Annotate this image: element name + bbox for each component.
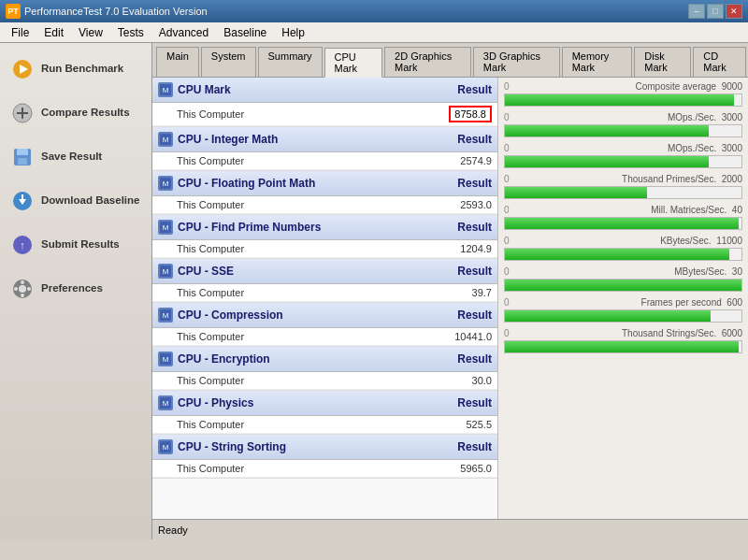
tab-2d-graphics[interactable]: 2D Graphics Mark xyxy=(384,47,471,77)
run-benchmark-icon xyxy=(9,56,36,82)
menu-item-tests[interactable]: Tests xyxy=(110,24,151,41)
result-icon-cpu-integer: M xyxy=(158,132,173,147)
svg-text:M: M xyxy=(163,179,169,188)
svg-text:M: M xyxy=(163,443,169,452)
tab-bar: MainSystemSummaryCPU Mark2D Graphics Mar… xyxy=(152,43,748,78)
menu-item-view[interactable]: View xyxy=(71,24,110,41)
sidebar-btn-save-result[interactable]: Save Result xyxy=(3,136,149,179)
svg-text:M: M xyxy=(163,267,169,276)
maximize-button[interactable]: □ xyxy=(707,4,724,19)
tab-disk-mark[interactable]: Disk Mark xyxy=(634,47,691,77)
status-bar: Ready xyxy=(152,519,748,539)
result-row-cpu-physics: This Computer525.5 xyxy=(152,416,497,434)
this-computer-label-cpu-physics: This Computer xyxy=(177,419,426,430)
sidebar: Run Benchmark Compare Results Save Resul… xyxy=(0,43,152,539)
sidebar-btn-preferences[interactable]: Preferences xyxy=(3,267,149,310)
svg-text:↑: ↑ xyxy=(20,239,25,251)
menu-item-advanced[interactable]: Advanced xyxy=(151,24,216,41)
run-benchmark-label: Run Benchmark xyxy=(41,63,123,76)
result-title-cpu-compression: CPU - Compression xyxy=(178,309,426,322)
tab-system[interactable]: System xyxy=(201,47,256,77)
tab-main[interactable]: Main xyxy=(156,47,199,77)
chart-row-cpu-float: 0MOps./Sec. 3000 xyxy=(504,143,742,168)
preferences-icon xyxy=(9,276,36,302)
result-icon-cpu-mark: M xyxy=(158,82,173,97)
sidebar-btn-run-benchmark[interactable]: Run Benchmark xyxy=(3,48,149,91)
svg-text:M: M xyxy=(163,136,169,144)
this-computer-label-cpu-encryption: This Computer xyxy=(177,375,426,386)
title-bar: PT PerformanceTest 7.0 Evaluation Versio… xyxy=(0,0,748,22)
result-label-cpu-mark: Result xyxy=(426,83,492,96)
gauge-bar-cpu-primes xyxy=(505,187,647,198)
close-button[interactable]: ✕ xyxy=(726,4,742,19)
svg-text:M: M xyxy=(163,311,169,320)
chart-info-cpu-string: 0Thousand Strings/Sec. 6000 xyxy=(504,328,742,338)
result-label-cpu-string: Result xyxy=(426,440,492,453)
svg-rect-7 xyxy=(18,158,27,165)
menu-item-help[interactable]: Help xyxy=(274,24,312,41)
result-label-cpu-compression: Result xyxy=(426,309,492,322)
title-bar-buttons: – □ ✕ xyxy=(688,4,742,19)
chart-area: 0Composite average 90000MOps./Sec. 30000… xyxy=(498,78,748,519)
main-layout: Run Benchmark Compare Results Save Resul… xyxy=(0,43,748,539)
chart-row-cpu-sse: 0Mill. Matrices/Sec. 40 xyxy=(504,205,742,230)
result-value-cpu-physics: 525.5 xyxy=(426,419,492,430)
tab-cd-mark[interactable]: CD Mark xyxy=(693,47,746,77)
tab-memory-mark[interactable]: Memory Mark xyxy=(562,47,633,77)
result-section-cpu-mark: M CPU Mark Result This Computer8758.8 xyxy=(152,78,497,127)
result-header-cpu-primes: M CPU - Find Prime Numbers Result xyxy=(152,215,497,240)
chart-info-cpu-physics: 0Frames per second 600 xyxy=(504,297,742,308)
tab-cpu-mark[interactable]: CPU Mark xyxy=(324,48,383,78)
menu-item-file[interactable]: File xyxy=(4,24,36,41)
gauge-outer-cpu-mark xyxy=(504,93,742,107)
gauge-outer-cpu-float xyxy=(504,155,742,168)
compare-results-label: Compare Results xyxy=(41,107,130,120)
svg-rect-6 xyxy=(17,149,28,155)
content-area: MainSystemSummaryCPU Mark2D Graphics Mar… xyxy=(152,43,748,539)
result-section-cpu-primes: M CPU - Find Prime Numbers Result This C… xyxy=(152,215,497,259)
this-computer-label-cpu-mark: This Computer xyxy=(177,108,449,120)
result-row-cpu-sse: This Computer39.7 xyxy=(152,284,497,302)
sidebar-btn-submit-results[interactable]: ↑ Submit Results xyxy=(3,223,149,266)
minimize-button[interactable]: – xyxy=(688,4,705,19)
svg-point-14 xyxy=(19,285,26,293)
result-section-cpu-integer: M CPU - Integer Math Result This Compute… xyxy=(152,127,497,171)
chart-info-cpu-mark: 0Composite average 9000 xyxy=(504,81,742,92)
gauge-bar-cpu-integer xyxy=(505,125,709,136)
result-header-cpu-mark: M CPU Mark Result xyxy=(152,78,497,103)
result-value-cpu-float: 2593.0 xyxy=(426,199,492,210)
result-header-cpu-integer: M CPU - Integer Math Result xyxy=(152,127,497,152)
result-title-cpu-encryption: CPU - Encryption xyxy=(178,352,426,366)
menu-item-baseline[interactable]: Baseline xyxy=(216,24,274,41)
chart-info-cpu-compression: 0KBytes/Sec. 11000 xyxy=(504,236,742,246)
svg-point-16 xyxy=(21,294,24,297)
sidebar-btn-download-baseline[interactable]: Download Baseline xyxy=(3,179,149,223)
result-label-cpu-primes: Result xyxy=(426,221,492,234)
result-label-cpu-physics: Result xyxy=(426,396,492,409)
result-label-cpu-integer: Result xyxy=(426,133,492,146)
gauge-bar-cpu-compression xyxy=(505,249,729,260)
result-label-cpu-encryption: Result xyxy=(426,352,492,366)
tab-summary[interactable]: Summary xyxy=(258,47,323,77)
result-section-cpu-encryption: M CPU - Encryption Result This Computer3… xyxy=(152,347,497,391)
results-area: M CPU Mark Result This Computer8758.8 M … xyxy=(152,78,748,519)
chart-info-cpu-integer: 0MOps./Sec. 3000 xyxy=(504,112,742,122)
menu-bar: FileEditViewTestsAdvancedBaselineHelp xyxy=(0,22,748,43)
results-table: M CPU Mark Result This Computer8758.8 M … xyxy=(152,78,498,519)
result-row-cpu-encryption: This Computer30.0 xyxy=(152,372,497,390)
result-label-cpu-float: Result xyxy=(426,177,492,190)
compare-results-icon xyxy=(9,100,36,126)
chart-row-cpu-physics: 0Frames per second 600 xyxy=(504,297,742,323)
result-value-cpu-string: 5965.0 xyxy=(426,463,492,474)
chart-row-cpu-mark: 0Composite average 9000 xyxy=(504,81,742,107)
chart-info-cpu-primes: 0Thousand Primes/Sec. 2000 xyxy=(504,174,742,184)
gauge-outer-cpu-string xyxy=(504,340,742,353)
menu-item-edit[interactable]: Edit xyxy=(36,24,71,41)
svg-text:M: M xyxy=(163,399,169,408)
tab-3d-graphics[interactable]: 3D Graphics Mark xyxy=(473,47,560,77)
gauge-bar-cpu-float xyxy=(505,156,709,167)
sidebar-btn-compare-results[interactable]: Compare Results xyxy=(3,92,149,135)
result-value-cpu-integer: 2574.9 xyxy=(426,155,492,166)
gauge-bar-cpu-mark xyxy=(505,94,734,106)
result-icon-cpu-float: M xyxy=(158,176,173,191)
